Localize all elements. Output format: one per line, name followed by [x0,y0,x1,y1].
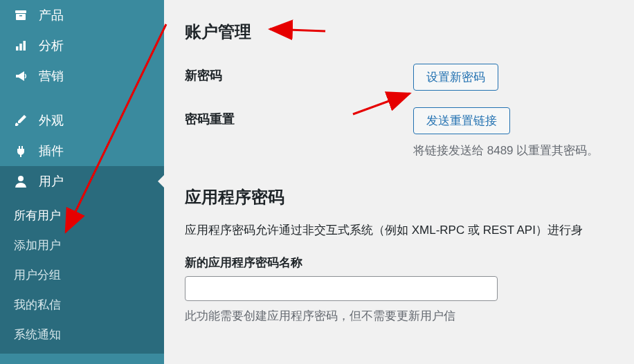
svg-rect-1 [16,14,26,20]
sidebar-item-users[interactable]: 用户 [0,166,164,197]
sidebar-item-analytics[interactable]: 分析 [0,30,164,61]
sidebar-item-label: 用户 [39,173,64,190]
sidebar-subitem-add-user[interactable]: 添加用户 [0,230,164,260]
sidebar-submenu-users: 所有用户 添加用户 用户分组 我的私信 系统通知 [0,197,164,354]
megaphone-icon [12,68,29,84]
send-reset-link-button[interactable]: 发送重置链接 [413,107,510,134]
sidebar-item-label: 外观 [39,112,64,129]
sidebar-subitem-my-messages[interactable]: 我的私信 [0,290,164,320]
sidebar-item-marketing[interactable]: 营销 [0,61,164,91]
sidebar-item-appearance[interactable]: 外观 [0,105,164,136]
sidebar-item-label: 产品 [39,7,64,24]
svg-rect-2 [19,15,22,17]
sidebar: 产品 分析 营销 外观 插件 用户 所有用户 添加用户 用户分组 我的私信 [0,0,164,364]
sidebar-subitem-user-groups[interactable]: 用户分组 [0,260,164,290]
sidebar-item-products[interactable]: 产品 [0,0,164,30]
new-password-row: 新密码 设置新密码 [185,64,613,91]
app-password-name-input[interactable] [185,276,498,301]
app-password-title: 应用程序密码 [185,186,613,208]
app-password-description: 应用程序密码允许通过非交互式系统（例如 XML-RPC 或 REST API）进… [185,222,613,238]
reset-password-label: 密码重置 [185,107,413,127]
svg-point-7 [18,176,24,181]
app-password-section: 应用程序密码 应用程序密码允许通过非交互式系统（例如 XML-RPC 或 RES… [185,186,613,324]
sidebar-subitem-system-notice[interactable]: 系统通知 [0,320,164,349]
svg-rect-6 [20,154,21,157]
reset-helper-text: 将链接发送给 8489 以重置其密码。 [413,143,613,158]
svg-rect-5 [24,41,26,51]
bar-chart-icon [12,37,29,54]
archive-icon [12,7,29,24]
account-management-title: 账户管理 [185,21,613,43]
user-icon [12,173,29,190]
set-new-password-button[interactable]: 设置新密码 [413,64,498,91]
reset-password-row: 密码重置 发送重置链接 将链接发送给 8489 以重置其密码。 [185,107,613,158]
app-password-name-label: 新的应用程序密码名称 [185,255,613,271]
plug-icon [12,143,29,159]
sidebar-item-label: 营销 [39,68,64,84]
brush-icon [12,112,29,129]
svg-rect-0 [15,10,26,13]
sidebar-subitem-all-users[interactable]: 所有用户 [0,201,164,230]
sidebar-item-label: 分析 [39,37,64,54]
sidebar-item-label: 插件 [39,143,64,159]
svg-rect-3 [16,46,19,51]
new-password-label: 新密码 [185,64,413,84]
main-content: 账户管理 新密码 设置新密码 密码重置 发送重置链接 将链接发送给 8489 以… [164,0,634,364]
app-password-name-helper: 此功能需要创建应用程序密码，但不需要更新用户信 [185,308,613,324]
svg-rect-4 [19,44,22,51]
sidebar-item-plugins[interactable]: 插件 [0,136,164,166]
